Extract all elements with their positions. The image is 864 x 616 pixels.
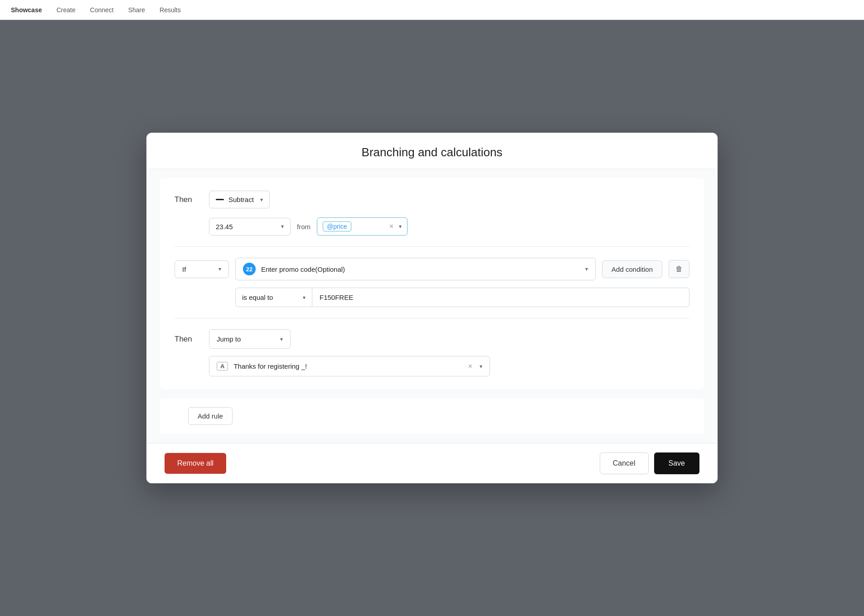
- if-label: If: [182, 265, 186, 273]
- rule-section-top: Then Subtract ▾ 23.45 ▾ from: [160, 178, 704, 389]
- then-label-1: Then: [175, 195, 202, 204]
- number-chevron-icon: ▾: [281, 223, 284, 230]
- jump-select[interactable]: Jump to ▾: [209, 329, 291, 349]
- operator-chevron-icon: ▾: [303, 294, 306, 301]
- then-label-2: Then: [175, 335, 202, 344]
- operator-select[interactable]: is equal to ▾: [235, 288, 312, 307]
- question-text: Enter promo code(Optional): [261, 265, 345, 273]
- target-clear-icon[interactable]: ×: [468, 363, 472, 370]
- action-select[interactable]: Subtract ▾: [209, 191, 270, 208]
- number-value: 23.45: [216, 223, 233, 231]
- jump-target-row: A Thanks for registering _! × ▾: [209, 356, 689, 376]
- modal-header: Branching and calculations: [146, 133, 718, 169]
- minus-icon: [216, 199, 224, 200]
- from-row: 23.45 ▾ from @price × ▾: [209, 217, 689, 236]
- if-row: If ▾ 22 Enter promo code(Optional) ▾ Add…: [175, 258, 689, 280]
- if-select[interactable]: If ▾: [175, 260, 229, 278]
- add-condition-button[interactable]: Add condition: [602, 260, 662, 278]
- divider-1: [175, 246, 689, 247]
- action-chevron-icon: ▾: [260, 197, 263, 203]
- tag-chip: @price: [323, 221, 351, 231]
- number-select[interactable]: 23.45 ▾: [209, 218, 291, 236]
- question-badge: 22: [243, 263, 256, 275]
- nav-brand: Showcase: [11, 6, 42, 14]
- jump-chevron-icon: ▾: [280, 336, 283, 342]
- target-prefix-badge: A: [217, 362, 228, 371]
- jump-action-label: Jump to: [217, 335, 241, 343]
- add-rule-section: Add rule: [160, 398, 704, 434]
- nav-create[interactable]: Create: [56, 6, 75, 14]
- modal-footer: Remove all Cancel Save: [146, 443, 718, 483]
- target-chevron-icon: ▾: [480, 363, 482, 370]
- jump-target-select[interactable]: A Thanks for registering _! × ▾: [209, 356, 490, 376]
- modal-title: Branching and calculations: [165, 145, 699, 159]
- nav-connect[interactable]: Connect: [90, 6, 114, 14]
- condition-row: is equal to ▾: [235, 288, 689, 307]
- add-rule-button[interactable]: Add rule: [188, 407, 233, 425]
- remove-all-button[interactable]: Remove all: [165, 453, 226, 474]
- delete-rule-button[interactable]: 🗑: [669, 260, 689, 278]
- nav-results[interactable]: Results: [160, 6, 181, 14]
- if-chevron-icon: ▾: [218, 266, 221, 272]
- modal-body: Then Subtract ▾ 23.45 ▾ from: [146, 169, 718, 443]
- target-text: Thanks for registering _!: [233, 362, 462, 370]
- condition-value-input[interactable]: [312, 288, 689, 307]
- modal: Branching and calculations Then Subtract…: [146, 133, 718, 483]
- nav-share[interactable]: Share: [128, 6, 145, 14]
- operator-label: is equal to: [242, 294, 273, 301]
- tag-clear-icon[interactable]: ×: [389, 223, 393, 230]
- tag-chevron-icon: ▾: [399, 223, 402, 230]
- then-jump-row: Then Jump to ▾: [175, 329, 689, 349]
- divider-2: [175, 318, 689, 318]
- question-chevron-icon: ▾: [585, 266, 588, 272]
- save-button[interactable]: Save: [654, 452, 699, 474]
- question-select[interactable]: 22 Enter promo code(Optional) ▾: [235, 258, 596, 280]
- footer-right: Cancel Save: [600, 452, 699, 474]
- bg-nav: Showcase Create Connect Share Results: [0, 0, 864, 20]
- cancel-button[interactable]: Cancel: [600, 452, 649, 474]
- action-label: Subtract: [228, 196, 254, 203]
- then-subtract-row: Then Subtract ▾: [175, 191, 689, 208]
- from-text: from: [297, 223, 311, 231]
- modal-overlay: Branching and calculations Then Subtract…: [0, 0, 864, 616]
- trash-icon: 🗑: [675, 265, 683, 273]
- tag-select[interactable]: @price × ▾: [317, 217, 408, 236]
